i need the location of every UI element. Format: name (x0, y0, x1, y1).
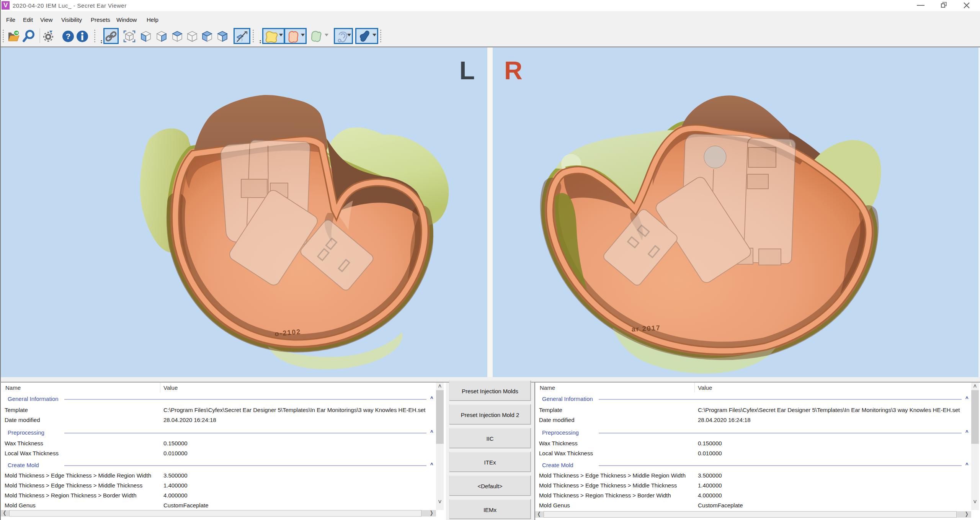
svg-text:ar 2017: ar 2017 (631, 324, 661, 333)
svg-text:?: ? (66, 32, 71, 41)
